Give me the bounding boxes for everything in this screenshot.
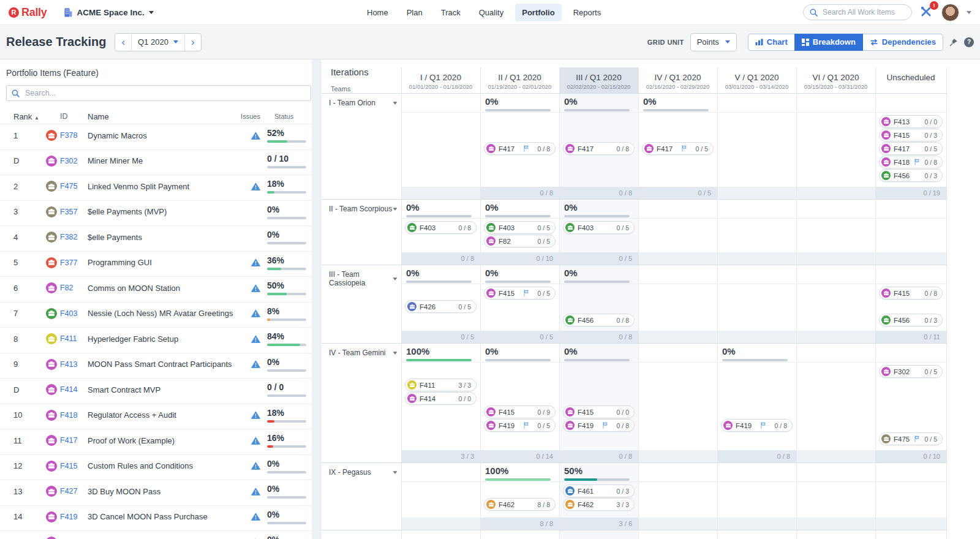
team-row-toggle[interactable]: III - Team Cassiopeia	[329, 270, 398, 287]
table-row[interactable]: 10 F418 Regulator Access + Audit 18%	[0, 404, 312, 427]
release-dropdown[interactable]: Q1 2020	[131, 34, 184, 51]
feature-card[interactable]: F417 0 / 5	[642, 142, 714, 155]
team-row-toggle[interactable]: IX - Pegasus	[329, 468, 398, 477]
feature-card[interactable]: F417 0 / 8	[563, 142, 635, 155]
feature-id-link[interactable]: F417	[60, 436, 88, 445]
table-row[interactable]: 1 F378 Dynamic Macros 52%	[0, 124, 312, 147]
feature-card[interactable]: F82 0 / 5	[484, 235, 556, 247]
feature-card[interactable]: F462 3 / 3	[563, 498, 635, 511]
release-next-button[interactable]: ›	[184, 34, 201, 51]
feature-card[interactable]: F419 0 / 8	[721, 419, 793, 432]
feature-card[interactable]: F415 0 / 8	[879, 287, 943, 300]
nav-item-plan[interactable]: Plan	[400, 4, 429, 21]
feature-id-link[interactable]: F377	[60, 258, 88, 267]
iteration-column-header[interactable]: IV / Q1 2020	[638, 73, 717, 82]
table-row[interactable]: 4 F382 $elle Payments 0%	[0, 225, 312, 249]
chart-view-button[interactable]: Chart	[748, 34, 795, 51]
iteration-column-header[interactable]: I / Q1 2020	[401, 73, 480, 82]
feature-card[interactable]: F461 0 / 3	[563, 484, 635, 497]
feature-card[interactable]: F456 0 / 3	[879, 169, 943, 182]
feature-id-link[interactable]: F403	[60, 309, 88, 318]
feature-card[interactable]: F403 0 / 5	[563, 221, 635, 234]
iteration-column-header[interactable]: VI / Q1 2020	[796, 73, 875, 82]
feature-card[interactable]: F415 0 / 3	[879, 129, 943, 141]
nav-item-quality[interactable]: Quality	[472, 4, 510, 21]
table-row[interactable]: 0%	[0, 530, 312, 539]
feature-id-link[interactable]: F378	[60, 131, 88, 140]
feature-card[interactable]: F419 0 / 5	[484, 419, 556, 432]
feature-id-link[interactable]: F475	[60, 182, 88, 190]
release-prev-button[interactable]: ‹	[115, 34, 131, 51]
feature-card[interactable]: F417 0 / 5	[879, 142, 943, 155]
feature-id-link[interactable]: F411	[60, 334, 88, 343]
table-row[interactable]: 5 F377 Programming GUI 36%	[0, 251, 312, 274]
feature-card[interactable]: F456 0 / 8	[563, 314, 635, 326]
feature-card[interactable]: F475 0 / 5	[879, 432, 943, 445]
feature-card[interactable]: F415 0 / 9	[484, 405, 556, 418]
nav-item-portfolio[interactable]: Portfolio	[515, 4, 561, 21]
help-button[interactable]: ?	[964, 37, 974, 47]
feature-card[interactable]: F426 0 / 5	[405, 300, 477, 313]
feature-card[interactable]: F415 0 / 5	[484, 287, 556, 300]
feature-card[interactable]: F414 0 / 0	[405, 392, 477, 405]
table-row[interactable]: D F302 Miner Miner Me 0 / 10	[0, 149, 312, 173]
team-row-toggle[interactable]: II - Team Scorpious	[329, 205, 398, 213]
feature-id-link[interactable]: F357	[60, 208, 88, 216]
pin-button[interactable]	[949, 38, 958, 47]
feature-id-link[interactable]: F427	[60, 487, 88, 496]
table-row[interactable]: 3 F357 $elle Payments (MVP) 0%	[0, 200, 312, 224]
global-search[interactable]	[803, 4, 912, 20]
iteration-column-header[interactable]: Unscheduled	[875, 73, 946, 82]
user-menu-chevron-icon[interactable]	[967, 11, 971, 14]
feature-card[interactable]: F418 0 / 8	[879, 156, 943, 168]
iteration-column-header[interactable]: V / Q1 2020	[717, 73, 796, 82]
table-row[interactable]: 14 F419 3D Cancel MOON Pass Purchase 0%	[0, 505, 312, 529]
workspace-switcher[interactable]: ACME Space Inc.	[63, 7, 154, 18]
table-row[interactable]: 6 F82 Comms on MOON Station 50%	[0, 276, 312, 300]
table-row[interactable]: 9 F413 MOON Pass Smart Contract Particip…	[0, 353, 312, 376]
feature-card[interactable]: F403 0 / 8	[405, 221, 477, 234]
feature-id-link[interactable]: F302	[60, 157, 88, 165]
feature-card[interactable]: F413 0 / 0	[879, 115, 943, 128]
feature-id-link[interactable]: F382	[60, 233, 88, 241]
breakdown-view-button[interactable]: Breakdown	[794, 34, 863, 51]
table-row[interactable]: 8 F411 Hyperledger Fabric Setup 84%	[0, 327, 312, 350]
feature-card[interactable]: F415 0 / 0	[563, 405, 635, 418]
column-header-id[interactable]: ID	[60, 112, 88, 121]
feature-card[interactable]: F417 0 / 8	[484, 142, 556, 155]
feature-id-link[interactable]: F419	[60, 513, 88, 521]
table-row[interactable]: 11 F417 Proof of Work (Example) 16%	[0, 429, 312, 452]
feature-card[interactable]: F403 0 / 5	[484, 221, 556, 234]
team-row-toggle[interactable]: I - Team Orion	[329, 99, 398, 107]
nav-item-home[interactable]: Home	[360, 4, 395, 21]
table-row[interactable]: 13 F427 3D Buy MOON Pass 0%	[0, 480, 312, 503]
feature-id-link[interactable]: F413	[60, 360, 88, 369]
column-header-issues[interactable]: Issues	[234, 113, 267, 120]
rally-logo[interactable]: R Rally	[9, 6, 47, 19]
feature-card[interactable]: F456 0 / 3	[879, 314, 943, 326]
feature-card[interactable]: F419 0 / 8	[563, 419, 635, 432]
table-row[interactable]: 12 F415 Custom Rules and Conditions 0%	[0, 454, 312, 478]
team-row-toggle[interactable]: IV - Team Gemini	[329, 349, 398, 357]
nav-item-reports[interactable]: Reports	[567, 4, 608, 21]
table-row[interactable]: D F414 Smart Contract MVP 0 / 0	[0, 378, 312, 401]
column-header-name[interactable]: Name	[88, 112, 234, 121]
global-search-input[interactable]	[821, 7, 905, 17]
column-header-rank[interactable]: Rank ▲	[0, 112, 43, 121]
table-row[interactable]: 7 F403 Nessie (Loch Ness) MR Avatar Gree…	[0, 302, 312, 325]
portfolio-search[interactable]	[6, 85, 311, 101]
nav-item-track[interactable]: Track	[434, 4, 467, 21]
tools-menu[interactable]: !	[919, 5, 934, 20]
feature-id-link[interactable]: F82	[60, 284, 88, 292]
column-header-status[interactable]: Status	[267, 113, 312, 120]
table-row[interactable]: 2 F475 Linked Venmo Split Payment 18%	[0, 175, 312, 198]
iteration-column-header[interactable]: II / Q1 2020	[480, 73, 559, 82]
iteration-column-header[interactable]: III / Q1 2020	[559, 73, 638, 82]
feature-card[interactable]: F462 8 / 8	[484, 498, 556, 511]
feature-card[interactable]: F302 0 / 5	[879, 365, 943, 378]
feature-id-link[interactable]: F415	[60, 462, 88, 470]
feature-id-link[interactable]: F418	[60, 411, 88, 420]
grid-unit-select[interactable]: Points	[690, 33, 737, 51]
feature-card[interactable]: F411 3 / 3	[405, 379, 477, 391]
portfolio-search-input[interactable]	[24, 88, 306, 98]
